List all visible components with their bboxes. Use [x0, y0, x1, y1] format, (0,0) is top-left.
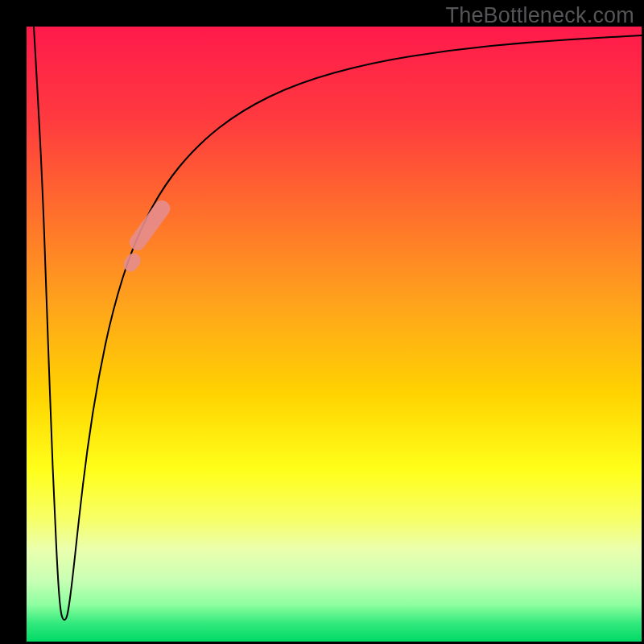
bottleneck-chart	[0, 0, 644, 644]
watermark-text: TheBottleneck.com	[445, 3, 634, 28]
chart-frame: TheBottleneck.com	[0, 0, 644, 644]
chart-plot-area	[27, 27, 642, 642]
